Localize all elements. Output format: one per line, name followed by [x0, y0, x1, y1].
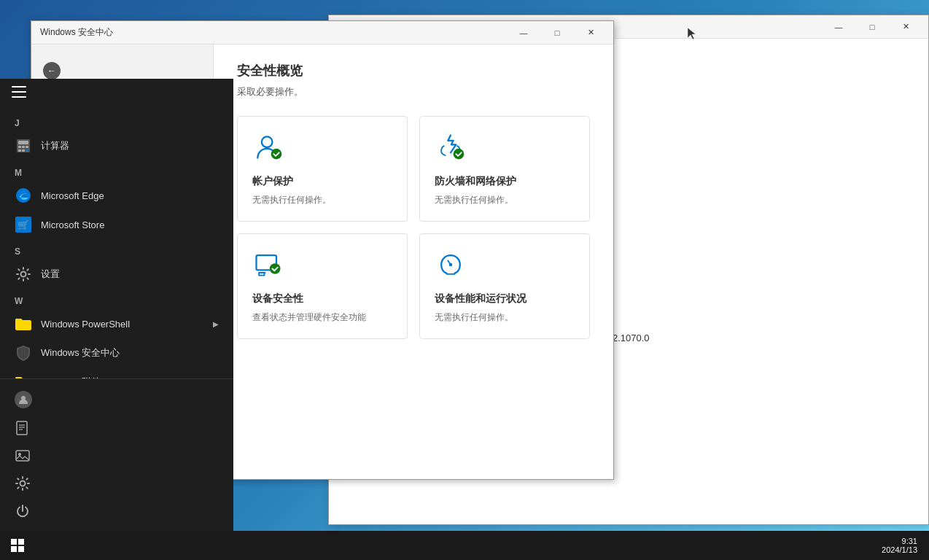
- accessories-label: Windows 附件: [41, 376, 203, 378]
- footer-settings-btn[interactable]: [0, 470, 233, 497]
- section-letter-j: J: [0, 115, 233, 131]
- svg-point-43: [20, 481, 26, 486]
- section-letter-m: M: [0, 165, 233, 181]
- svg-point-14: [16, 188, 31, 203]
- edge-icon: [15, 187, 32, 204]
- svg-rect-44: [11, 539, 17, 545]
- svg-point-1: [271, 149, 282, 160]
- account-protection-title: 帐户保护: [252, 175, 392, 188]
- start-menu: J 计算器 M: [0, 79, 233, 531]
- about-maximize-button[interactable]: □: [855, 15, 889, 39]
- user-avatar: [15, 391, 32, 408]
- firewall-card[interactable]: 防火墙和网络保护 无需执行任何操作。: [419, 116, 590, 222]
- device-performance-icon: [435, 249, 470, 284]
- firewall-icon: [435, 131, 470, 166]
- svg-rect-12: [22, 149, 25, 152]
- security-label: Windows 安全中心: [41, 346, 219, 359]
- security-main-title: 安全性概览: [237, 62, 590, 79]
- device-security-desc: 查看状态并管理硬件安全功能: [252, 311, 392, 324]
- device-security-icon: [252, 249, 287, 284]
- footer-user[interactable]: [0, 385, 233, 414]
- menu-item-powershell[interactable]: Windows PowerShell ▶: [0, 309, 233, 338]
- security-description: 采取必要操作。: [237, 85, 590, 98]
- accessories-folder-icon: [15, 373, 32, 378]
- svg-rect-37: [17, 421, 27, 435]
- security-titlebar: Windows 安全中心 — □ ✕: [31, 21, 613, 44]
- power-icon: [15, 503, 31, 519]
- footer-document[interactable]: [0, 414, 233, 442]
- menu-item-edge[interactable]: Microsoft Edge: [0, 181, 233, 210]
- section-letter-s: S: [0, 244, 233, 260]
- security-window-controls: — □ ✕: [507, 21, 607, 44]
- taskbar: 9:31 2024/1/13: [0, 531, 929, 560]
- security-main-content: 安全性概览 采取必要操作。 帐户保护: [214, 44, 613, 479]
- account-protection-desc: 无需执行任何操作。: [252, 194, 392, 206]
- svg-rect-11: [18, 149, 21, 152]
- account-protection-icon: [252, 131, 287, 166]
- windows-logo-icon: [11, 539, 24, 552]
- date-display: 2024/1/13: [882, 545, 917, 554]
- svg-text:🛒: 🛒: [18, 219, 30, 231]
- device-performance-desc: 无需执行任何操作。: [435, 311, 575, 324]
- powershell-expand-arrow: ▶: [213, 320, 219, 328]
- section-letter-w: W: [0, 293, 233, 309]
- device-security-card[interactable]: 设备安全性 查看状态并管理硬件安全功能: [237, 233, 408, 339]
- menu-item-security[interactable]: Windows 安全中心: [0, 338, 233, 368]
- menu-item-settings[interactable]: 设置: [0, 260, 233, 289]
- svg-point-4: [270, 263, 281, 274]
- start-menu-list: J 计算器 M: [0, 105, 233, 378]
- about-close-button[interactable]: ✕: [889, 15, 922, 39]
- pictures-icon: [15, 448, 31, 464]
- taskbar-time: 9:31 2024/1/13: [882, 537, 929, 554]
- menu-item-accessories[interactable]: Windows 附件 ▲: [0, 368, 233, 378]
- store-label: Microsoft Store: [41, 219, 219, 230]
- menu-item-calculator[interactable]: 计算器: [0, 131, 233, 160]
- security-title-text: Windows 安全中心: [37, 26, 507, 39]
- device-security-title: 设备安全性: [252, 292, 392, 306]
- svg-rect-45: [18, 539, 24, 545]
- hamburger-icon[interactable]: [12, 86, 26, 98]
- svg-rect-7: [18, 141, 28, 144]
- accessories-expand-arrow: ▲: [211, 378, 219, 379]
- footer-pictures[interactable]: [0, 442, 233, 470]
- security-shield-icon: [15, 344, 32, 362]
- settings-label: 设置: [41, 268, 219, 281]
- device-performance-card[interactable]: 设备性能和运行状况 无需执行任何操作。: [419, 233, 590, 339]
- store-icon: 🛒: [15, 216, 32, 233]
- svg-rect-46: [11, 546, 17, 552]
- svg-rect-13: [26, 149, 28, 152]
- svg-point-17: [21, 272, 26, 277]
- svg-point-0: [262, 136, 273, 147]
- svg-rect-9: [22, 146, 25, 148]
- start-menu-footer: [0, 378, 233, 531]
- firewall-title: 防火墙和网络保护: [435, 175, 575, 188]
- calculator-icon: [15, 137, 32, 155]
- security-minimize-button[interactable]: —: [507, 21, 540, 44]
- menu-item-store[interactable]: 🛒 Microsoft Store: [0, 210, 233, 239]
- time-display: 9:31: [882, 537, 917, 545]
- svg-rect-10: [26, 146, 28, 148]
- svg-rect-47: [18, 546, 24, 552]
- svg-point-5: [449, 263, 453, 267]
- footer-power[interactable]: [0, 497, 233, 525]
- svg-point-2: [454, 149, 464, 160]
- powershell-label: Windows PowerShell: [41, 319, 204, 330]
- about-window-controls: — □ ✕: [822, 15, 922, 39]
- device-performance-title: 设备性能和运行状况: [435, 292, 575, 306]
- security-maximize-button[interactable]: □: [540, 21, 574, 44]
- svg-rect-41: [16, 451, 29, 461]
- calculator-label: 计算器: [41, 139, 219, 152]
- about-minimize-button[interactable]: —: [822, 15, 855, 39]
- footer-settings-icon: [15, 475, 31, 491]
- document-icon: [15, 420, 31, 436]
- back-arrow-icon: ←: [43, 62, 61, 79]
- svg-rect-8: [18, 146, 21, 148]
- start-button[interactable]: [0, 531, 35, 560]
- security-close-button[interactable]: ✕: [574, 21, 607, 44]
- start-menu-header: [0, 79, 233, 105]
- edge-label: Microsoft Edge: [41, 190, 219, 201]
- firewall-desc: 无需执行任何操作。: [435, 194, 575, 206]
- security-cards-grid: 帐户保护 无需执行任何操作。: [237, 116, 590, 339]
- settings-icon: [15, 265, 32, 283]
- account-protection-card[interactable]: 帐户保护 无需执行任何操作。: [237, 116, 408, 222]
